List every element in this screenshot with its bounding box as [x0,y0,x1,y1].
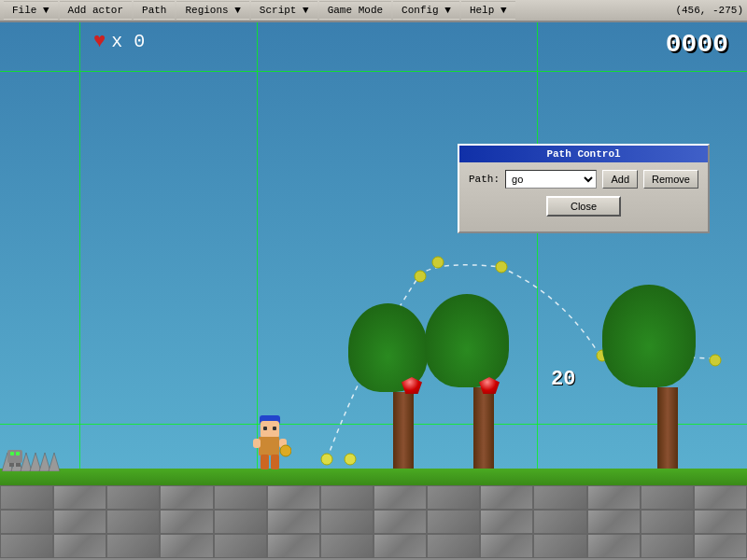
ground-stone [0,485,747,560]
dialog-body: Path: go Add Remove Close [459,162,708,231]
svg-marker-5 [49,453,60,471]
close-button[interactable]: Close [546,196,621,217]
add-button[interactable]: Add [602,170,638,189]
svg-marker-3 [30,453,41,471]
waypoint-4 [415,271,426,282]
ground-grass [0,469,747,485]
svg-rect-14 [261,455,269,469]
menu-game-mode[interactable]: Game Mode [319,1,391,20]
waypoint-6 [496,261,507,273]
menu-script[interactable]: Script ▼ [251,1,317,20]
svg-rect-11 [253,439,261,448]
waypoint-1 [321,454,332,465]
player-character [252,413,291,471]
waypoint-5 [432,257,444,268]
svg-rect-15 [271,455,279,469]
waypoint-2 [345,454,356,465]
spike-enemy [4,444,26,471]
svg-rect-16 [7,450,22,463]
svg-rect-8 [263,427,267,430]
svg-marker-4 [39,453,50,471]
menu-file[interactable]: File ▼ [4,1,58,20]
svg-rect-17 [10,452,14,455]
path-control-dialog: Path Control Path: go Add Remove Close [458,144,710,233]
menu-help[interactable]: Help ▼ [461,1,515,20]
tree-3 [640,285,696,471]
game-viewport: ♥ x 0 0000 20 [0,22,747,560]
menu-bar: File ▼ Add actor Path Regions ▼ Script ▼… [0,0,747,22]
path-select[interactable]: go [505,170,597,189]
svg-rect-19 [9,463,14,467]
coordinates-display: (456, -275) [675,5,743,16]
menu-config[interactable]: Config ▼ [393,1,459,20]
svg-rect-10 [259,437,279,455]
remove-button[interactable]: Remove [643,170,698,189]
menu-path[interactable]: Path [134,1,175,20]
svg-rect-20 [16,463,21,467]
waypoint-8 [710,355,721,366]
tree-1 [378,303,428,471]
svg-rect-9 [273,427,276,430]
menu-add-actor[interactable]: Add actor [60,1,132,20]
menu-regions[interactable]: Regions ▼ [176,1,248,20]
path-label: Path: [469,174,500,185]
svg-rect-18 [16,452,20,455]
dialog-title-bar: Path Control [459,146,708,162]
path-canvas [0,22,747,470]
svg-point-13 [280,445,291,456]
